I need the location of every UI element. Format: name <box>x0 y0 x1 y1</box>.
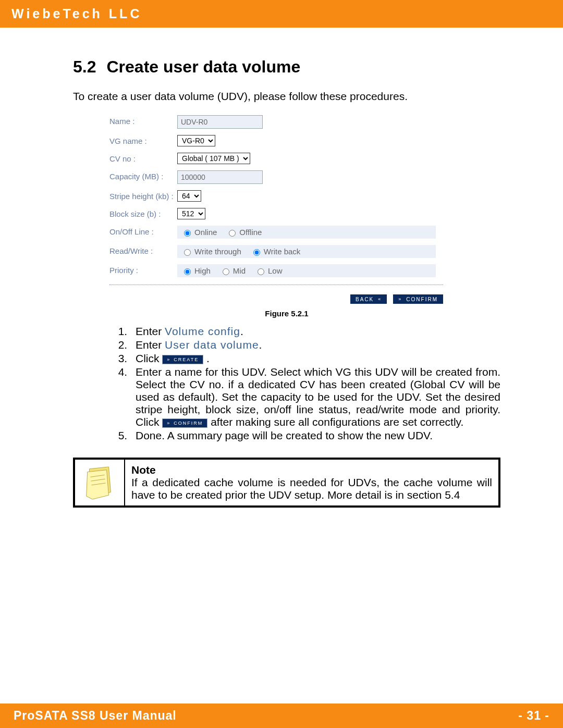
note-text: Note If a dedicated cache volume is need… <box>125 460 498 505</box>
onoff-label: On/Off Line : <box>109 226 177 236</box>
svg-marker-1 <box>87 470 109 499</box>
volume-config-link: Volume config <box>165 325 240 337</box>
onoff-group: Online Offline <box>177 226 436 239</box>
step-5: Done. A summary page will be created to … <box>130 429 500 442</box>
create-button-inline: »CREATE <box>162 355 203 364</box>
high-radio[interactable]: High <box>181 266 211 275</box>
step-2: Enter User data volume. <box>130 339 500 351</box>
step-1: Enter Volume config. <box>130 325 500 338</box>
block-select[interactable]: 512 <box>177 208 205 219</box>
rw-label: Read/Write : <box>109 245 177 255</box>
note-icon-cell <box>75 460 125 505</box>
cv-select[interactable]: Global ( 107 MB ) <box>177 153 250 164</box>
page-content: 5.2Create user data volume To create a u… <box>0 28 563 523</box>
step-3: Click »CREATE . <box>130 352 500 365</box>
section-title: Create user data volume <box>106 57 300 76</box>
back-button[interactable]: BACK« <box>350 294 387 304</box>
chevron-left-icon: « <box>378 297 382 302</box>
steps-list: Enter Volume config. Enter User data vol… <box>73 325 500 442</box>
block-label: Block size (b) : <box>109 208 177 218</box>
note-body: If a dedicated cache volume is needed fo… <box>131 476 492 501</box>
online-radio[interactable]: Online <box>181 228 217 237</box>
write-through-radio[interactable]: Write through <box>181 247 241 256</box>
confirm-button-inline: »CONFIRM <box>162 418 207 428</box>
stripe-label: Stripe height (kb) : <box>109 190 177 201</box>
section-heading: 5.2Create user data volume <box>73 57 500 77</box>
company-name: WiebeTech LLC <box>11 6 142 21</box>
stripe-select[interactable]: 64 <box>177 190 201 202</box>
user-data-volume-link: User data volume <box>165 339 259 351</box>
confirm-button[interactable]: »CONFIRM <box>393 294 443 304</box>
chevron-right-icon: » <box>398 297 402 302</box>
note-box: Note If a dedicated cache volume is need… <box>73 458 500 508</box>
intro-text: To create a user data volume (UDV), plea… <box>73 90 500 103</box>
note-icon <box>83 465 116 500</box>
vg-select[interactable]: VG-R0 <box>177 135 215 146</box>
write-back-radio[interactable]: Write back <box>251 247 301 256</box>
priority-label: Priority : <box>109 264 177 275</box>
udv-form: Name : VG name : VG-R0 CV no : Global ( … <box>109 112 443 304</box>
capacity-label: Capacity (MB) : <box>109 170 177 181</box>
note-title: Note <box>131 464 156 476</box>
low-radio[interactable]: Low <box>255 266 283 275</box>
name-input[interactable] <box>177 115 263 129</box>
vg-label: VG name : <box>109 135 177 145</box>
mid-radio[interactable]: Mid <box>220 266 246 275</box>
form-buttons: BACK« »CONFIRM <box>109 294 443 304</box>
name-label: Name : <box>109 115 177 126</box>
offline-radio[interactable]: Offline <box>226 228 262 237</box>
chevron-right-icon: » <box>167 420 170 426</box>
capacity-input[interactable] <box>177 170 263 184</box>
chevron-right-icon: » <box>167 356 170 363</box>
separator <box>109 285 443 285</box>
priority-group: High Mid Low <box>177 264 436 277</box>
step-4: Enter a name for this UDV. Select which … <box>130 366 500 428</box>
section-number: 5.2 <box>73 57 96 76</box>
rw-group: Write through Write back <box>177 245 436 258</box>
figure-caption: Figure 5.2.1 <box>73 309 500 318</box>
header-bar: WiebeTech LLC <box>0 0 563 28</box>
cv-label: CV no : <box>109 153 177 163</box>
